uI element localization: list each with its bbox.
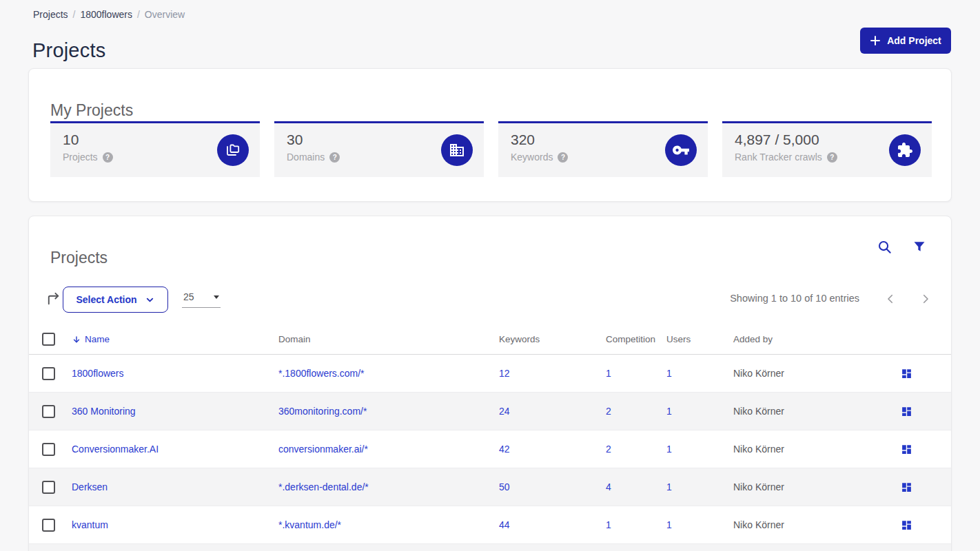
- project-users-link[interactable]: 1: [666, 481, 672, 492]
- crawls-puzzle-icon: [889, 134, 921, 166]
- export-icon[interactable]: [44, 291, 62, 309]
- page-size-select[interactable]: 25: [182, 289, 221, 308]
- table-row: 360 Monitoring 360monitoring.com/* 24 2 …: [29, 393, 951, 430]
- column-header-added-by[interactable]: Added by: [733, 334, 870, 344]
- row-checkbox[interactable]: [42, 481, 55, 494]
- row-checkbox[interactable]: [42, 367, 55, 380]
- help-icon[interactable]: ?: [558, 152, 568, 163]
- table-row-partial: [29, 544, 951, 551]
- stats-card-title: My Projects: [50, 101, 133, 120]
- select-action-label: Select Action: [76, 294, 136, 305]
- select-action-dropdown[interactable]: Select Action: [63, 287, 168, 313]
- project-competition-link[interactable]: 2: [606, 444, 611, 455]
- stat-domains-label: Domains: [287, 152, 325, 163]
- project-keywords-link[interactable]: 42: [499, 444, 510, 455]
- project-users-link[interactable]: 1: [666, 368, 672, 379]
- row-checkbox[interactable]: [42, 519, 55, 532]
- add-project-button[interactable]: Add Project: [860, 28, 951, 54]
- projects-table: Name Domain Keywords Competition Users A…: [29, 324, 951, 551]
- breadcrumb-separator: /: [137, 9, 140, 20]
- project-competition-link[interactable]: 1: [606, 519, 611, 530]
- project-added-by: Niko Körner: [733, 368, 870, 379]
- table-header-row: Name Domain Keywords Competition Users A…: [29, 324, 951, 355]
- project-users-link[interactable]: 1: [666, 406, 672, 417]
- stat-projects-label: Projects: [63, 152, 98, 163]
- showing-entries-text: Showing 1 to 10 of 10 entries: [730, 293, 859, 304]
- table-card-title: Projects: [50, 249, 108, 267]
- plus-icon: [870, 35, 881, 46]
- keywords-key-icon: [665, 134, 697, 166]
- help-icon[interactable]: ?: [103, 152, 113, 163]
- sort-desc-icon: [72, 335, 81, 344]
- project-competition-link[interactable]: 4: [606, 481, 611, 492]
- column-header-keywords[interactable]: Keywords: [499, 334, 606, 344]
- stat-crawls: 4,897 / 5,000 Rank Tracker crawls ?: [722, 121, 932, 177]
- search-icon[interactable]: [875, 238, 893, 256]
- domains-building-icon: [441, 134, 473, 166]
- breadcrumb-item-overview: Overview: [145, 9, 185, 20]
- project-dashboard-icon[interactable]: [901, 519, 912, 531]
- table-row: 1800flowers *.1800flowers.com/* 12 1 1 N…: [29, 355, 951, 393]
- stat-projects: 10 Projects ?: [50, 121, 260, 177]
- project-added-by: Niko Körner: [733, 519, 870, 530]
- project-added-by: Niko Körner: [733, 444, 870, 455]
- column-header-users[interactable]: Users: [666, 334, 733, 344]
- project-users-link[interactable]: 1: [666, 444, 672, 455]
- table-body: 1800flowers *.1800flowers.com/* 12 1 1 N…: [29, 355, 951, 544]
- pagination-prev-icon[interactable]: [881, 289, 900, 309]
- table-row: Conversionmaker.AI conversionmaker.ai/* …: [29, 430, 951, 468]
- project-keywords-link[interactable]: 44: [499, 519, 510, 530]
- add-project-label: Add Project: [887, 35, 941, 46]
- project-dashboard-icon[interactable]: [901, 368, 912, 380]
- project-competition-link[interactable]: 2: [606, 406, 611, 417]
- project-domain-link[interactable]: *.1800flowers.com/*: [278, 368, 365, 379]
- project-competition-link[interactable]: 1: [606, 368, 611, 379]
- project-name-link[interactable]: Derksen: [72, 481, 108, 492]
- projects-folders-icon: [217, 134, 249, 166]
- project-name-link[interactable]: 1800flowers: [72, 368, 124, 379]
- project-dashboard-icon[interactable]: [901, 481, 912, 493]
- chevron-down-icon: [145, 295, 155, 305]
- table-row: Derksen *.derksen-dental.de/* 50 4 1 Nik…: [29, 468, 951, 506]
- project-domain-link[interactable]: conversionmaker.ai/*: [278, 444, 368, 455]
- project-users-link[interactable]: 1: [666, 519, 672, 530]
- project-added-by: Niko Körner: [733, 406, 870, 417]
- row-checkbox[interactable]: [42, 405, 55, 418]
- project-keywords-link[interactable]: 24: [499, 406, 510, 417]
- project-domain-link[interactable]: 360monitoring.com/*: [278, 406, 367, 417]
- breadcrumb-item-projects[interactable]: Projects: [33, 9, 68, 20]
- pagination-next-icon[interactable]: [916, 289, 935, 309]
- project-added-by: Niko Körner: [733, 481, 870, 492]
- breadcrumb-separator: /: [73, 9, 76, 20]
- select-all-checkbox[interactable]: [42, 333, 55, 346]
- breadcrumb-item-1800flowers[interactable]: 1800flowers: [80, 9, 132, 20]
- project-domain-link[interactable]: *.kvantum.de/*: [278, 519, 341, 530]
- page-size-value: 25: [183, 291, 194, 302]
- stats-row: 10 Projects ? 30 Domains ?: [50, 121, 932, 177]
- table-row: kvantum *.kvantum.de/* 44 1 1 Niko Körne…: [29, 506, 951, 544]
- caret-down-icon: [214, 295, 219, 299]
- my-projects-card: My Projects 10 Projects ? 30 Domains ?: [28, 68, 952, 202]
- column-header-competition[interactable]: Competition: [606, 334, 666, 344]
- project-keywords-link[interactable]: 50: [499, 481, 510, 492]
- filter-icon[interactable]: [910, 238, 928, 256]
- stat-keywords: 320 Keywords ?: [498, 121, 708, 177]
- stat-domains: 30 Domains ?: [274, 121, 484, 177]
- project-dashboard-icon[interactable]: [901, 444, 912, 455]
- page-title: Projects: [32, 39, 105, 62]
- project-keywords-link[interactable]: 12: [499, 368, 510, 379]
- project-dashboard-icon[interactable]: [901, 406, 912, 417]
- project-name-link[interactable]: kvantum: [72, 519, 108, 530]
- project-name-link[interactable]: 360 Monitoring: [72, 406, 136, 417]
- column-header-domain[interactable]: Domain: [278, 334, 499, 344]
- project-name-link[interactable]: Conversionmaker.AI: [72, 444, 159, 455]
- row-checkbox[interactable]: [42, 443, 55, 456]
- help-icon[interactable]: ?: [827, 152, 837, 163]
- projects-table-card: Projects Select Action 25 Showing 1 to 1…: [28, 216, 952, 551]
- column-header-name[interactable]: Name: [72, 334, 278, 344]
- help-icon[interactable]: ?: [329, 152, 340, 163]
- breadcrumb: Projects / 1800flowers / Overview: [33, 9, 185, 20]
- project-domain-link[interactable]: *.derksen-dental.de/*: [278, 481, 369, 492]
- stat-crawls-label: Rank Tracker crawls: [735, 152, 822, 163]
- stat-keywords-label: Keywords: [511, 152, 553, 163]
